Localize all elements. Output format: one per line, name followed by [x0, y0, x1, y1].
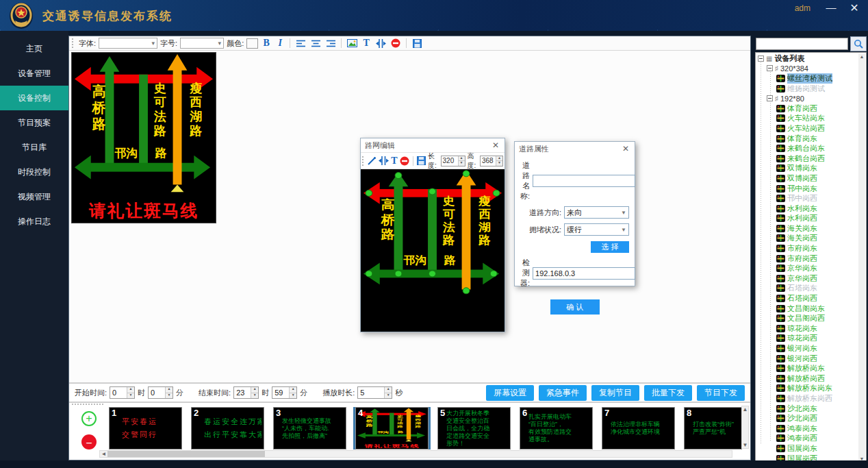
program-thumbnail-1[interactable]: 平安春运交警同行1	[109, 407, 182, 449]
action-button-1[interactable]: 紧急事件	[539, 385, 587, 401]
align-left-icon[interactable]	[294, 38, 307, 49]
road-direction-select[interactable]: 来向 ▼	[564, 206, 629, 219]
tree-scrollbar[interactable]: ▲ ▼	[858, 53, 865, 462]
tree-item-1-30[interactable]: 沙北岗东	[756, 404, 858, 414]
sidebar-item-3[interactable]: 节目预案	[0, 110, 68, 135]
tree-group-1[interactable]: ♯192*80	[756, 93, 858, 103]
action-button-2[interactable]: 复制节目	[591, 385, 639, 401]
road-name-field[interactable]	[533, 175, 635, 187]
detector-field[interactable]	[533, 267, 635, 280]
tree-item-1-10[interactable]: 水利岗东	[756, 204, 858, 214]
duration-value[interactable]: 5	[358, 387, 384, 398]
tree-item-1-9[interactable]: 邗中岗西	[756, 193, 858, 204]
action-button-4[interactable]: 节目下发	[697, 385, 745, 401]
sidebar-item-5[interactable]: 时段控制	[0, 160, 68, 184]
stop-icon[interactable]	[390, 38, 402, 49]
align-right-icon[interactable]	[324, 38, 337, 49]
tree-item-1-1[interactable]: 火车站岗东	[756, 114, 858, 124]
spin-up-icon[interactable]: ▲	[127, 387, 134, 393]
tree-item-1-0[interactable]: 体育岗西	[756, 103, 858, 114]
end-hour-value[interactable]: 23	[234, 387, 251, 398]
scroll-up-icon[interactable]: ▲	[742, 406, 748, 412]
tree-item-1-15[interactable]: 市府岗西	[756, 254, 858, 264]
tree-item-1-22[interactable]: 琼花岗东	[756, 323, 858, 334]
tree-item-1-5[interactable]: 来鹤台岗西	[756, 153, 858, 164]
user-label[interactable]: adm	[795, 3, 810, 13]
sidebar-item-0[interactable]: 主页	[0, 36, 68, 61]
tree-item-1-34[interactable]: 国展岗东	[756, 443, 858, 454]
tree-root[interactable]: ▦ 设备列表	[756, 53, 858, 64]
congestion-select[interactable]: 缓行 ▼	[564, 223, 629, 236]
edit-canvas[interactable]: 路网编辑 ✕ T 长度:	[69, 51, 750, 382]
sidebar-item-1[interactable]: 设备管理	[0, 61, 68, 86]
height-value[interactable]: 368	[481, 156, 496, 166]
program-thumbnail-6[interactable]: 扎实开展电动车“百日整治”，有效预防道路交通事故。6	[520, 407, 593, 449]
program-thumbnail-3[interactable]: 发生轻微交通事故“人未伤，车能动.先拍照，后撤离”3	[273, 407, 346, 449]
close-icon[interactable]: ✕	[491, 140, 500, 150]
close-icon[interactable]: ✕	[621, 144, 630, 153]
color-swatch[interactable]	[246, 38, 258, 49]
remove-program-button[interactable]: −	[81, 434, 97, 449]
end-minute-spinner[interactable]: 59 ▲▼	[272, 386, 297, 399]
tree-item-1-12[interactable]: 海关岗东	[756, 223, 858, 234]
text-tool-button[interactable]: T	[361, 38, 372, 49]
vertical-scrollbar[interactable]: ▲ ▼	[741, 406, 749, 449]
tree-item-1-26[interactable]: 解放桥岗东	[756, 363, 858, 373]
tree-item-1-4[interactable]: 来鹤台岗东	[756, 143, 858, 153]
program-thumbnail-4[interactable]: 4	[355, 407, 429, 449]
spin-down-icon[interactable]: ▼	[290, 393, 296, 399]
spin-down-icon[interactable]: ▼	[166, 393, 173, 399]
start-hour-value[interactable]: 0	[110, 387, 127, 398]
sidebar-item-4[interactable]: 节目库	[0, 135, 68, 160]
tree-item-1-31[interactable]: 沙北岗西	[756, 413, 858, 423]
confirm-button[interactable]: 确 认	[550, 299, 600, 315]
search-input[interactable]	[756, 38, 848, 50]
tree-item-1-32[interactable]: 鸿泰岗东	[756, 423, 858, 434]
font-select[interactable]: ▾	[99, 38, 157, 49]
height-spinner[interactable]: 368 ▲▼	[480, 156, 503, 167]
spin-down-icon[interactable]: ▼	[496, 160, 502, 166]
tree-group-0[interactable]: ♯320*384	[756, 64, 858, 74]
collapse-icon[interactable]	[758, 56, 764, 62]
tree-item-1-18[interactable]: 石塔岗东	[756, 284, 858, 294]
tree-item-1-19[interactable]: 石塔岗西	[756, 293, 858, 304]
line-tool-icon[interactable]	[368, 156, 376, 167]
spin-down-icon[interactable]: ▼	[385, 393, 392, 399]
program-thumbnail-8[interactable]: 打击改装“炸街”严查严惩“机8	[684, 407, 742, 449]
save-icon[interactable]	[417, 156, 426, 167]
add-program-button[interactable]: +	[81, 411, 97, 426]
tree-item-1-7[interactable]: 双博岗西	[756, 173, 858, 184]
tree-item-1-3[interactable]: 体育岗东	[756, 134, 858, 144]
spin-down-icon[interactable]: ▼	[127, 393, 134, 399]
tree-item-1-25[interactable]: 银河岗西	[756, 354, 858, 364]
scroll-up-icon[interactable]: ▲	[858, 53, 865, 60]
spin-up-icon[interactable]: ▲	[385, 387, 392, 393]
spin-up-icon[interactable]: ▲	[290, 387, 296, 393]
sidebar-item-6[interactable]: 视频管理	[0, 184, 68, 209]
action-button-3[interactable]: 批量下发	[644, 385, 692, 401]
start-minute-spinner[interactable]: 0 ▲▼	[148, 386, 173, 399]
select-button[interactable]: 选 择	[591, 241, 629, 253]
tree-item-0-0[interactable]: 螺丝湾桥测试	[756, 73, 858, 84]
tree-item-1-21[interactable]: 文昌阁岗西	[756, 313, 858, 323]
tree-item-1-14[interactable]: 市府岗东	[756, 243, 858, 254]
program-thumbnail-2[interactable]: 春运安全连万家出行平安靠大家2	[191, 407, 264, 449]
sidebar-item-7[interactable]: 操作日志	[0, 209, 68, 234]
length-spinner[interactable]: 320 ▲▼	[441, 156, 465, 167]
roadnet-canvas[interactable]: 高桥路 史可法路 瘦西湖路 邗沟 路	[361, 169, 505, 332]
horizontal-scrollbar[interactable]: ◄	[99, 450, 732, 458]
sign-preview[interactable]	[71, 52, 216, 223]
size-select[interactable]: ▾	[180, 38, 224, 49]
tree-item-1-20[interactable]: 文昌阁岗东	[756, 304, 858, 314]
duration-spinner[interactable]: 5 ▲▼	[357, 386, 392, 399]
collapse-icon[interactable]	[767, 65, 773, 71]
end-hour-spinner[interactable]: 23 ▲▼	[233, 386, 259, 399]
spin-down-icon[interactable]: ▼	[459, 160, 465, 166]
tree-item-1-33[interactable]: 鸿泰岗西	[756, 434, 858, 444]
insert-image-icon[interactable]	[346, 38, 358, 49]
start-minute-value[interactable]: 0	[149, 387, 165, 398]
tree-item-1-23[interactable]: 琼花岗西	[756, 334, 858, 344]
road-tool-icon[interactable]	[374, 38, 387, 49]
tree-item-1-13[interactable]: 海关岗西	[756, 234, 858, 244]
program-thumbnail-5[interactable]: 大力开展秋冬季交通安全整治百日会战，全力稳定道路交通安全形势！5	[437, 407, 511, 449]
